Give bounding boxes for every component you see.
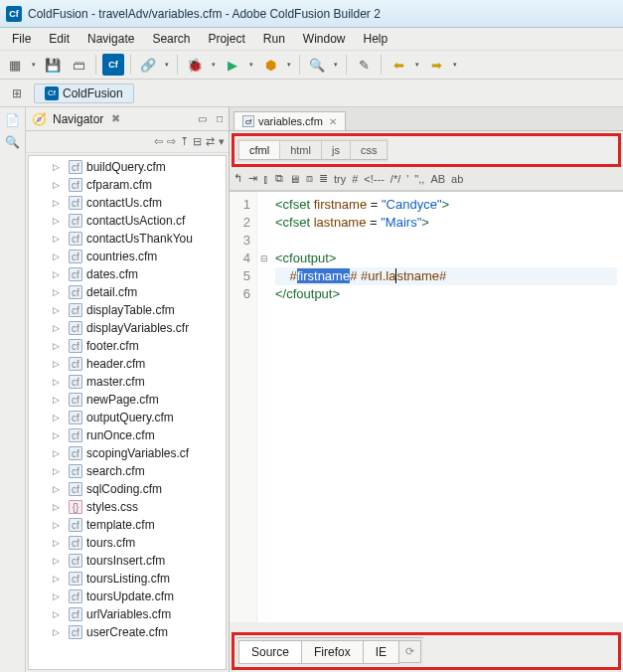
menu-navigate[interactable]: Navigate — [79, 30, 142, 48]
menu-help[interactable]: Help — [356, 30, 396, 48]
mini-tool[interactable]: AB — [430, 173, 445, 185]
cfm-file-icon: cf — [69, 464, 82, 478]
file-toursUpdate.cfm[interactable]: ▷cftoursUpdate.cfm — [29, 588, 226, 605]
mini-tool[interactable]: ",, — [414, 173, 424, 185]
fwd-button[interactable]: ➡ — [425, 54, 447, 76]
file-newPage.cfm[interactable]: ▷cfnewPage.cfm — [29, 391, 226, 409]
mini-tool[interactable]: ⇥ — [248, 172, 257, 185]
file-tours.cfm[interactable]: ▷cftours.cfm — [29, 534, 226, 552]
mini-tool[interactable]: ≣ — [319, 172, 328, 185]
mini-tool[interactable]: ↰ — [234, 172, 242, 185]
ext-button[interactable]: ⬢ — [259, 54, 281, 76]
perspective-coldfusion[interactable]: Cf ColdFusion — [34, 84, 134, 103]
back-button[interactable]: ⬅ — [388, 54, 409, 76]
mini-tool[interactable]: ab — [451, 173, 463, 185]
file-label: tours.cfm — [86, 536, 135, 550]
debug-button[interactable]: 🐞 — [184, 54, 206, 76]
file-outputQuery.cfm[interactable]: ▷cfoutputQuery.cfm — [29, 409, 226, 426]
file-dates.cfm[interactable]: ▷cfdates.cfm — [29, 265, 226, 283]
open-perspective-icon[interactable]: ⊞ — [8, 84, 26, 102]
lang-tab-cfml[interactable]: cfml — [238, 140, 280, 160]
file-toursListing.cfm[interactable]: ▷cftoursListing.cfm — [29, 570, 226, 588]
file-header.cfm[interactable]: ▷cfheader.cfm — [29, 355, 226, 373]
menu-project[interactable]: Project — [200, 30, 252, 48]
gutter-icon[interactable]: 📄 — [5, 113, 20, 127]
mini-tool[interactable]: try — [334, 173, 346, 185]
file-urlVariables.cfm[interactable]: ▷cfurlVariables.cfm — [29, 605, 226, 623]
file-toursInsert.cfm[interactable]: ▷cftoursInsert.cfm — [29, 552, 226, 570]
search-button[interactable]: 🔍 — [306, 54, 328, 76]
pin-icon[interactable]: ✖ — [111, 112, 120, 125]
file-cfparam.cfm[interactable]: ▷cfcfparam.cfm — [29, 176, 226, 194]
file-tree[interactable]: ▷cfbuildQuery.cfm▷cfcfparam.cfm▷cfcontac… — [28, 155, 227, 670]
nav-up-icon[interactable]: ⤒ — [180, 135, 189, 148]
file-footer.cfm[interactable]: ▷cffooter.cfm — [29, 337, 226, 355]
lang-tab-css[interactable]: css — [350, 140, 389, 160]
file-contactUsAction.cf[interactable]: ▷cfcontactUsAction.cf — [29, 212, 226, 230]
cfm-file-icon: cf — [69, 285, 82, 299]
file-runOnce.cfm[interactable]: ▷cfrunOnce.cfm — [29, 426, 226, 444]
file-styles.css[interactable]: ▷{}styles.css — [29, 498, 226, 516]
cfm-file-icon: cf — [69, 554, 82, 568]
new-button[interactable]: ▦ — [4, 54, 26, 76]
editor-tab-variables[interactable]: cf variables.cfm ✕ — [234, 111, 346, 130]
nav-back-icon[interactable]: ⇦ — [154, 135, 163, 148]
gutter-icon[interactable]: 🔍 — [5, 135, 20, 149]
menu-window[interactable]: Window — [295, 30, 354, 48]
file-contactUs.cfm[interactable]: ▷cfcontactUs.cfm — [29, 194, 226, 212]
file-userCreate.cfm[interactable]: ▷cfuserCreate.cfm — [29, 623, 226, 641]
file-displayVariables.cfr[interactable]: ▷cfdisplayVariables.cfr — [29, 319, 226, 337]
nav-collapse-icon[interactable]: ⊟ — [193, 135, 202, 148]
file-scopingVariables.cf[interactable]: ▷cfscopingVariables.cf — [29, 444, 226, 462]
mini-tool[interactable]: ⫿ — [263, 173, 269, 185]
code-content[interactable]: <cfset firstname = "Candyce"> <cfset las… — [271, 192, 623, 622]
run-button[interactable]: ▶ — [222, 54, 243, 76]
file-countries.cfm[interactable]: ▷cfcountries.cfm — [29, 248, 226, 265]
menu-file[interactable]: File — [4, 30, 39, 48]
refresh-icon[interactable]: ⟳ — [398, 640, 421, 663]
file-contactUsThankYou[interactable]: ▷cfcontactUsThankYou — [29, 230, 226, 248]
bottom-tab-firefox[interactable]: Firefox — [301, 640, 364, 664]
save-button[interactable]: 💾 — [42, 54, 64, 76]
link-button[interactable]: 🔗 — [137, 54, 159, 76]
file-label: displayTable.cfm — [86, 303, 175, 317]
file-sqlCoding.cfm[interactable]: ▷cfsqlCoding.cfm — [29, 480, 226, 498]
mini-tool[interactable]: ⧉ — [275, 172, 283, 185]
file-detail.cfm[interactable]: ▷cfdetail.cfm — [29, 283, 226, 301]
mini-tool[interactable]: /*/ — [390, 173, 400, 185]
fold-toggle-icon[interactable]: ⊟ — [257, 250, 271, 267]
lang-tab-js[interactable]: js — [321, 140, 351, 160]
prev-edit-button[interactable]: ✎ — [353, 54, 375, 76]
nav-link-icon[interactable]: ⇄ — [206, 135, 215, 148]
save-all-button[interactable]: 🗃 — [68, 54, 89, 76]
bottom-tab-ie[interactable]: IE — [363, 640, 399, 664]
mini-tool[interactable]: ' — [406, 173, 408, 185]
file-label: cfparam.cfm — [86, 178, 152, 192]
file-master.cfm[interactable]: ▷cfmaster.cfm — [29, 373, 226, 391]
cfm-file-icon: cf — [69, 572, 82, 586]
menu-run[interactable]: Run — [255, 30, 293, 48]
nav-menu-icon[interactable]: ▾ — [219, 135, 225, 148]
menu-edit[interactable]: Edit — [41, 30, 78, 48]
bottom-tab-source[interactable]: Source — [238, 640, 302, 664]
menu-search[interactable]: Search — [144, 30, 198, 48]
lang-tab-html[interactable]: html — [279, 140, 322, 160]
file-template.cfm[interactable]: ▷cftemplate.cfm — [29, 516, 226, 534]
file-displayTable.cfm[interactable]: ▷cfdisplayTable.cfm — [29, 301, 226, 319]
maximize-icon[interactable]: □ — [217, 113, 223, 124]
nav-fwd-icon[interactable]: ⇨ — [167, 135, 176, 148]
minimize-icon[interactable]: ▭ — [198, 113, 207, 124]
file-buildQuery.cfm[interactable]: ▷cfbuildQuery.cfm — [29, 158, 226, 176]
file-label: styles.css — [86, 500, 138, 514]
selection: firstname — [297, 268, 350, 283]
mini-tool[interactable]: <!--- — [364, 173, 384, 185]
titlebar: Cf ColdFusion - travelAdv/variables.cfm … — [0, 0, 623, 28]
mini-tool[interactable]: # — [352, 173, 358, 185]
cf-button[interactable]: Cf — [102, 54, 124, 76]
file-search.cfm[interactable]: ▷cfsearch.cfm — [29, 462, 226, 480]
mini-tool[interactable]: 🖥 — [289, 173, 300, 185]
code-editor[interactable]: 123456 ⊟ <cfset firstname = "Candyce"> <… — [230, 191, 623, 622]
bottom-tabs: SourceFirefoxIE⟳ — [236, 637, 423, 665]
mini-tool[interactable]: ⧈ — [306, 172, 313, 185]
close-icon[interactable]: ✕ — [329, 116, 337, 127]
